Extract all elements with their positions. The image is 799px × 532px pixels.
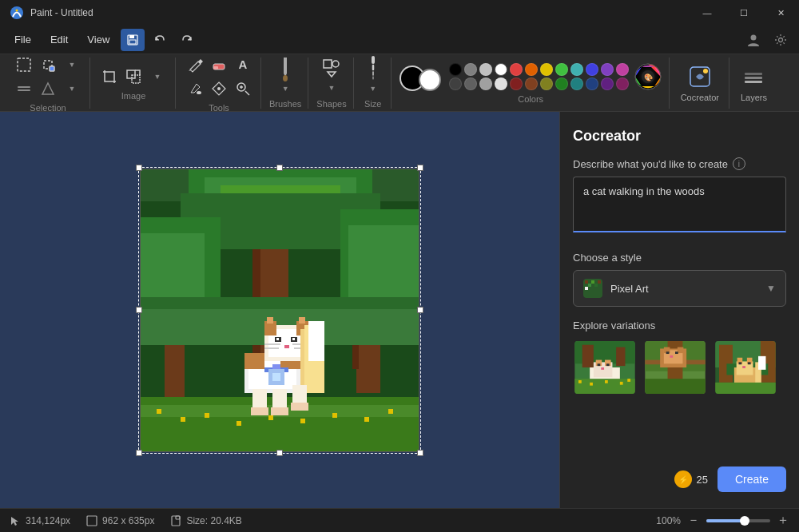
color-swatch[interactable] bbox=[464, 63, 477, 76]
color-swatch[interactable] bbox=[540, 63, 553, 76]
window-controls: — ☐ ✕ bbox=[689, 0, 799, 26]
color-swatch[interactable] bbox=[449, 63, 462, 76]
size-button[interactable] bbox=[362, 58, 384, 80]
file-size: Size: 20.4KB bbox=[170, 515, 241, 526]
variation-3[interactable] bbox=[714, 339, 777, 395]
redo-button[interactable] bbox=[175, 29, 199, 51]
variations-section: Explore variations bbox=[573, 320, 786, 395]
color-swatch[interactable] bbox=[479, 77, 492, 90]
size-label: Size bbox=[364, 99, 381, 109]
settings-button[interactable] bbox=[769, 29, 793, 51]
colors-label: Colors bbox=[518, 94, 543, 104]
color-swatch[interactable] bbox=[510, 77, 523, 90]
zoom-button[interactable] bbox=[232, 77, 254, 100]
save-button[interactable] bbox=[121, 29, 145, 51]
prompt-textarea[interactable] bbox=[573, 177, 786, 232]
color-wheel-button[interactable]: 🎨 bbox=[634, 62, 662, 91]
eraser-button[interactable] bbox=[208, 54, 230, 76]
selection-option1[interactable] bbox=[13, 77, 35, 100]
color-swatch[interactable] bbox=[601, 63, 614, 76]
selection-option3-dropdown[interactable]: ▼ bbox=[61, 77, 83, 100]
zoom-in-button[interactable]: ＋ bbox=[777, 512, 789, 529]
shapes-button[interactable] bbox=[320, 58, 343, 78]
size-group: ▼ Size bbox=[356, 58, 392, 109]
variation-1[interactable] bbox=[573, 339, 637, 395]
selection-rect-button[interactable] bbox=[13, 54, 35, 76]
variations-label: Explore variations bbox=[573, 320, 786, 332]
credits-coin-icon: ⚡ bbox=[674, 470, 692, 488]
selection-free-button[interactable] bbox=[37, 54, 59, 76]
color-swatch[interactable] bbox=[479, 63, 492, 76]
layers-toolbar-button[interactable]: Layers bbox=[731, 58, 777, 109]
secondary-color-swatch[interactable] bbox=[419, 69, 441, 91]
svg-rect-150 bbox=[176, 516, 180, 519]
zoom-slider[interactable] bbox=[706, 519, 770, 522]
text-button[interactable]: A bbox=[232, 54, 254, 76]
color-swatch[interactable] bbox=[495, 63, 507, 76]
maximize-button[interactable]: ☐ bbox=[725, 0, 762, 26]
svg-rect-15 bbox=[213, 66, 218, 69]
color-swatch[interactable] bbox=[570, 63, 583, 76]
account-button[interactable] bbox=[741, 29, 765, 51]
cursor-icon bbox=[10, 515, 21, 526]
color-swatch[interactable] bbox=[525, 63, 538, 76]
resize-button[interactable] bbox=[122, 66, 145, 88]
image-dropdown[interactable]: ▼ bbox=[146, 66, 169, 88]
colors-group: 🎨 Colors bbox=[393, 58, 670, 109]
color-swatch[interactable] bbox=[540, 77, 553, 90]
color-swatch[interactable] bbox=[495, 77, 507, 90]
brush-dropdown[interactable]: ▼ bbox=[274, 81, 296, 96]
color-swatch[interactable] bbox=[464, 77, 477, 90]
crop-button[interactable] bbox=[98, 66, 121, 88]
undo-button[interactable] bbox=[148, 29, 172, 51]
shapes-dropdown[interactable]: ▼ bbox=[320, 80, 343, 96]
info-icon[interactable]: i bbox=[733, 157, 745, 170]
color-swatch[interactable] bbox=[586, 77, 598, 90]
fill-button[interactable] bbox=[184, 77, 206, 100]
menu-edit[interactable]: Edit bbox=[42, 30, 76, 49]
selection-dropdown[interactable]: ▼ bbox=[61, 54, 83, 76]
toolbar: ▼ ▼ Selection bbox=[0, 54, 799, 112]
svg-rect-60 bbox=[268, 415, 273, 420]
app-icon bbox=[10, 6, 24, 20]
close-button[interactable]: ✕ bbox=[762, 0, 799, 26]
size-dropdown[interactable]: ▼ bbox=[362, 81, 384, 96]
color-swatch[interactable] bbox=[555, 63, 568, 76]
svg-rect-3 bbox=[129, 35, 134, 38]
svg-rect-116 bbox=[578, 380, 582, 383]
cocreator-toolbar-button[interactable]: Cocreator bbox=[671, 58, 729, 109]
color-swatch[interactable] bbox=[510, 63, 523, 76]
brush-button[interactable] bbox=[274, 58, 296, 80]
color-swatch[interactable] bbox=[555, 77, 568, 90]
svg-rect-9 bbox=[18, 86, 30, 88]
color-swatch[interactable] bbox=[601, 77, 614, 90]
color-swatch[interactable] bbox=[616, 63, 629, 76]
color-swatch[interactable] bbox=[570, 77, 583, 90]
svg-rect-57 bbox=[181, 417, 185, 422]
color-swatch[interactable] bbox=[525, 77, 538, 90]
filesize-icon bbox=[170, 515, 181, 526]
color-swatch[interactable] bbox=[616, 77, 629, 90]
color-swatch[interactable] bbox=[449, 77, 462, 90]
menu-view[interactable]: View bbox=[79, 30, 117, 49]
tools-group: A Tools bbox=[177, 58, 261, 109]
svg-rect-74 bbox=[299, 317, 305, 324]
svg-point-21 bbox=[332, 61, 339, 67]
color-picker-button[interactable] bbox=[208, 77, 230, 100]
minimize-button[interactable]: — bbox=[689, 0, 725, 26]
artwork-canvas bbox=[140, 169, 419, 452]
selection-label: Selection bbox=[30, 103, 66, 113]
window-title: Paint - Untitled bbox=[30, 7, 789, 18]
selection-option2[interactable] bbox=[37, 77, 59, 100]
svg-rect-131 bbox=[670, 355, 673, 358]
variation-2[interactable] bbox=[643, 339, 707, 395]
artwork-container bbox=[140, 169, 419, 452]
svg-rect-8 bbox=[50, 66, 54, 71]
canvas-area[interactable] bbox=[0, 112, 559, 508]
color-swatch[interactable] bbox=[586, 63, 598, 76]
zoom-out-button[interactable]: － bbox=[687, 512, 700, 529]
style-dropdown[interactable]: Pixel Art ▼ bbox=[573, 270, 786, 307]
pencil-button[interactable] bbox=[184, 54, 206, 76]
menu-file[interactable]: File bbox=[6, 30, 39, 49]
create-button[interactable]: Create bbox=[718, 466, 786, 492]
